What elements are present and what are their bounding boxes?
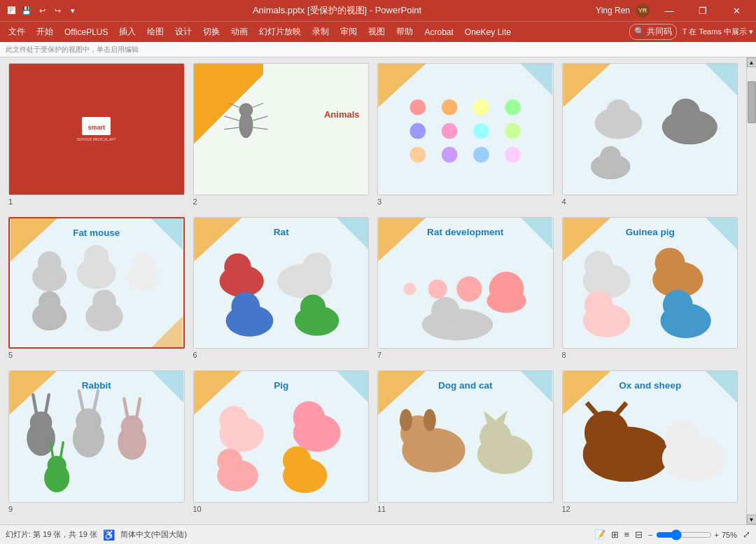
scroll-down-button[interactable]: ▼ bbox=[747, 515, 757, 524]
svg-point-18 bbox=[410, 147, 426, 163]
slide-thumb-3[interactable] bbox=[377, 63, 554, 195]
zoom-out-button[interactable]: − bbox=[648, 531, 652, 539]
view-outline-button[interactable]: ≡ bbox=[624, 529, 630, 540]
slide-thumb-11[interactable]: Dog and cat bbox=[377, 370, 554, 503]
svg-point-12 bbox=[473, 99, 489, 116]
zoom-in-button[interactable]: + bbox=[715, 531, 719, 539]
menu-design[interactable]: 设计 bbox=[169, 23, 197, 41]
slides-panel[interactable]: smart SERVIER MEDICAL ART 1 bbox=[0, 57, 746, 524]
scrollbar[interactable]: ▲ ▼ bbox=[746, 57, 756, 524]
svg-point-27 bbox=[671, 99, 700, 127]
slide-num-12: 12 bbox=[562, 505, 738, 513]
svg-point-14 bbox=[410, 123, 426, 139]
slide-thumb-5[interactable]: Fat mouse bbox=[8, 217, 185, 349]
svg-line-4 bbox=[224, 116, 239, 120]
menu-officeplus[interactable]: OfficePLUS bbox=[59, 25, 113, 40]
slide-thumb-6[interactable]: Rat bbox=[193, 217, 370, 349]
svg-line-5 bbox=[253, 116, 267, 120]
minimize-button[interactable]: — bbox=[655, 0, 683, 21]
scroll-thumb[interactable] bbox=[748, 81, 756, 123]
close-button[interactable]: ✕ bbox=[722, 0, 750, 21]
slide-item-4: 4 bbox=[562, 63, 738, 206]
svg-point-73 bbox=[584, 291, 612, 319]
ribbon: 此文件处于受保护的视图中，单击启用编辑 bbox=[0, 42, 756, 57]
restore-button[interactable]: ❐ bbox=[689, 0, 717, 21]
svg-point-92 bbox=[48, 456, 66, 475]
accessibility-icon: ♿ bbox=[103, 529, 115, 540]
svg-point-60 bbox=[456, 276, 482, 301]
svg-text:Pig: Pig bbox=[274, 380, 288, 391]
redo-icon[interactable]: ↪ bbox=[52, 5, 63, 16]
status-left: 幻灯片: 第 19 张，共 19 张 ♿ 简体中文(中国大陆) bbox=[6, 529, 187, 540]
menu-help[interactable]: 帮助 bbox=[391, 23, 419, 41]
svg-text:Ox and sheep: Ox and sheep bbox=[619, 380, 681, 391]
slide-num-1: 1 bbox=[8, 197, 185, 206]
search-icon[interactable]: 🔍 共同码 bbox=[629, 24, 677, 40]
view-slide-sorter-button[interactable]: ⊟ bbox=[635, 529, 643, 540]
menu-slideshow[interactable]: 幻灯片放映 bbox=[253, 23, 307, 41]
svg-point-105 bbox=[283, 447, 312, 475]
slide-num-9: 9 bbox=[8, 505, 185, 513]
title-bar-right: Ying Ren YR — ❐ ✕ bbox=[596, 0, 750, 21]
menu-transitions[interactable]: 切换 bbox=[197, 23, 225, 41]
menu-record[interactable]: 录制 bbox=[307, 23, 335, 41]
svg-point-52 bbox=[231, 292, 260, 321]
menu-view[interactable]: 视图 bbox=[363, 23, 391, 41]
slides-grid: smart SERVIER MEDICAL ART 1 bbox=[8, 63, 738, 524]
teams-button[interactable]: T 在 Teams 中展示 ▾ bbox=[682, 27, 753, 37]
svg-point-75 bbox=[662, 290, 692, 320]
slide-num-7: 7 bbox=[377, 351, 554, 359]
svg-line-6 bbox=[224, 127, 239, 129]
slide-thumb-4[interactable] bbox=[562, 63, 738, 195]
svg-marker-31 bbox=[151, 316, 183, 347]
title-bar: 🅿 💾 ↩ ↪ ▾ Animals.pptx [受保护的视图] - PowerP… bbox=[0, 0, 756, 21]
user-avatar[interactable]: YR bbox=[636, 4, 650, 18]
menu-review[interactable]: 审阅 bbox=[335, 23, 363, 41]
slide-thumb-12[interactable]: Ox and sheep bbox=[562, 370, 738, 503]
ribbon-placeholder: 此文件处于受保护的视图中，单击启用编辑 bbox=[6, 45, 139, 55]
zoom-level: 75% bbox=[722, 531, 737, 539]
menu-onekey[interactable]: OneKey Lite bbox=[459, 25, 517, 40]
view-normal-button[interactable]: ⊞ bbox=[611, 529, 619, 540]
svg-point-69 bbox=[584, 251, 612, 279]
undo-icon[interactable]: ↩ bbox=[36, 5, 48, 16]
menu-home[interactable]: 开始 bbox=[31, 23, 59, 41]
slide-item-6: Rat 6 bbox=[193, 217, 370, 360]
svg-point-21 bbox=[505, 147, 521, 163]
powerpoint-icon: 🅿 bbox=[6, 5, 17, 16]
svg-marker-76 bbox=[9, 371, 57, 414]
slide-thumb-8[interactable]: Guinea pig bbox=[562, 217, 738, 349]
slide-thumb-10[interactable]: Pig bbox=[193, 370, 370, 503]
slide-item-3: 3 bbox=[377, 63, 554, 206]
menu-file[interactable]: 文件 bbox=[3, 23, 31, 41]
svg-point-20 bbox=[473, 147, 489, 163]
notes-button[interactable]: 📝 bbox=[594, 529, 606, 540]
slide-thumb-7[interactable]: Rat development bbox=[377, 217, 554, 349]
slide-num-4: 4 bbox=[562, 197, 738, 206]
svg-point-80 bbox=[30, 412, 52, 434]
save-icon[interactable]: 💾 bbox=[21, 5, 32, 16]
window-title: Animals.pptx [受保护的视图] - PowerPoint bbox=[78, 4, 596, 17]
menu-acrobat[interactable]: Acrobat bbox=[419, 25, 458, 40]
slide-item-5: Fat mouse bbox=[8, 217, 185, 360]
zoom-slider[interactable] bbox=[656, 529, 712, 540]
slide-item-2: Animals 2 bbox=[193, 63, 370, 206]
svg-marker-56 bbox=[521, 218, 552, 249]
svg-line-82 bbox=[46, 395, 49, 412]
svg-marker-23 bbox=[705, 64, 736, 95]
scroll-up-button[interactable]: ▲ bbox=[747, 57, 757, 67]
svg-text:Dog and cat: Dog and cat bbox=[438, 380, 493, 391]
status-right: 📝 ⊞ ≡ ⊟ − + 75% ⤢ bbox=[594, 529, 751, 540]
svg-marker-55 bbox=[378, 218, 426, 261]
slide-thumb-2[interactable]: Animals bbox=[193, 63, 370, 195]
fit-slide-button[interactable]: ⤢ bbox=[743, 529, 750, 540]
menu-draw[interactable]: 绘图 bbox=[141, 23, 169, 41]
slide-thumb-1[interactable]: smart SERVIER MEDICAL ART bbox=[8, 63, 185, 195]
svg-point-11 bbox=[442, 99, 458, 116]
svg-point-39 bbox=[132, 253, 154, 274]
slide-thumb-9[interactable]: Rabbit bbox=[8, 370, 185, 503]
customize-icon[interactable]: ▾ bbox=[67, 5, 78, 16]
scroll-track bbox=[747, 67, 756, 515]
menu-insert[interactable]: 插入 bbox=[113, 23, 141, 41]
menu-animations[interactable]: 动画 bbox=[225, 23, 253, 41]
